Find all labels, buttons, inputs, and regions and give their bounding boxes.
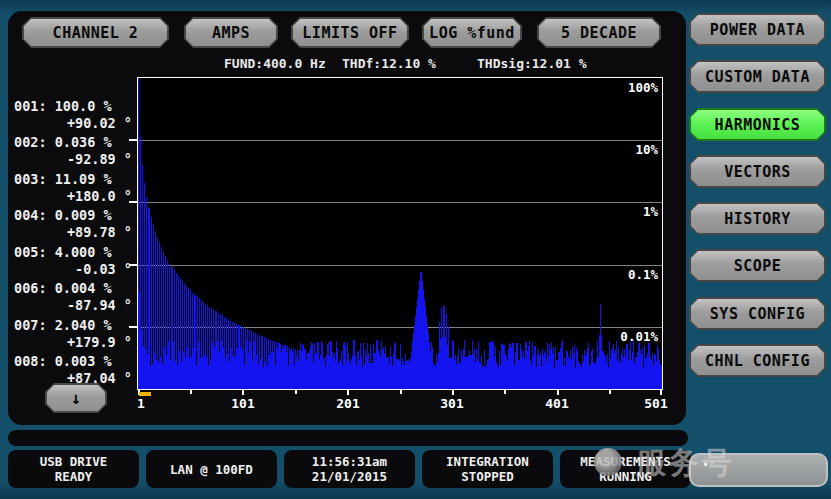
harmonic-1-phase: +90.02 ° <box>14 115 138 132</box>
x-tick-label-1: 1 <box>137 396 145 411</box>
status-date: 21/01/2015 <box>312 469 387 484</box>
harmonic-row-6: 006: 0.004 % -87.94 ° <box>14 280 138 314</box>
menu-item-vectors-label: VECTORS <box>691 157 824 186</box>
x-axis-tick <box>557 390 559 395</box>
harmonic-row-2: 002: 0.036 % -92.89 ° <box>14 134 138 168</box>
status-lan: LAN @ 100FD <box>146 450 277 488</box>
main-panel: CHANNEL 2 AMPS LIMITS OFF LOG %fund 5 DE… <box>8 11 686 425</box>
y-tick-label-0p1: 0.1% <box>628 267 658 282</box>
x-axis-tick <box>295 390 297 394</box>
harmonic-2-phase: -92.89 ° <box>14 151 138 168</box>
watermark-text: 服务号 <box>636 443 735 484</box>
scale-mode-button-label: LOG %fund <box>424 19 520 46</box>
status-lan-line1: LAN @ 100FD <box>170 462 253 477</box>
fund-readout: FUND:400.0 Hz <box>224 56 326 71</box>
x-tick-label-301: 301 <box>440 396 463 411</box>
x-axis-tick <box>242 390 244 395</box>
x-tick-label-101: 101 <box>231 396 254 411</box>
menu-item-sys-config[interactable]: SYS CONFIG <box>689 297 826 330</box>
x-tick-label-401: 401 <box>545 396 568 411</box>
message-bar <box>8 430 688 446</box>
x-tick-label-501: 501 <box>644 396 667 411</box>
harmonic-4-magnitude: 004: 0.009 % <box>14 207 138 224</box>
thdf-readout: THDf:12.10 % <box>342 56 436 71</box>
y-axis-tick <box>129 201 137 203</box>
y-axis-tick <box>129 264 137 266</box>
limits-button-label: LIMITS OFF <box>293 19 407 46</box>
watermark-dot: · <box>699 452 712 477</box>
harmonic-3-phase: +180.0 ° <box>14 188 138 205</box>
decade-button-label: 5 DECADE <box>539 19 659 46</box>
down-arrow-icon: ↓ <box>47 385 105 411</box>
harmonic-5-magnitude: 005: 4.000 % <box>14 244 138 261</box>
x-axis-tick <box>452 390 454 395</box>
status-usb: USB DRIVE READY <box>8 450 139 488</box>
x-tick-label-201: 201 <box>336 396 359 411</box>
harmonic-8-magnitude: 008: 0.003 % <box>14 353 138 370</box>
harmonic-cursor-marker <box>139 392 151 396</box>
harmonic-row-3: 003: 11.09 % +180.0 ° <box>14 171 138 205</box>
menu-item-sys-config-label: SYS CONFIG <box>691 299 824 328</box>
menu-item-custom-data[interactable]: CUSTOM DATA <box>689 60 826 93</box>
harmonic-7-phase: +179.9 ° <box>14 334 138 351</box>
channel-button[interactable]: CHANNEL 2 <box>22 17 169 48</box>
y-axis-tick <box>129 326 137 328</box>
menu-item-chnl-config[interactable]: CHNL CONFIG <box>689 344 826 377</box>
harmonic-2-magnitude: 002: 0.036 % <box>14 134 138 151</box>
harmonic-6-magnitude: 006: 0.004 % <box>14 280 138 297</box>
x-axis-tick <box>400 390 402 394</box>
harmonic-6-phase: -87.94 ° <box>14 297 138 314</box>
menu-item-history-label: HISTORY <box>691 204 824 233</box>
status-integration-line1: INTEGRATION <box>446 454 529 469</box>
x-axis-tick <box>190 390 192 394</box>
menu-item-chnl-config-label: CHNL CONFIG <box>691 346 824 375</box>
menu-item-power-data[interactable]: POWER DATA <box>689 13 826 46</box>
y-tick-label-0p01: 0.01% <box>620 329 658 344</box>
menu-item-scope-label: SCOPE <box>691 251 824 280</box>
units-button-label: AMPS <box>186 19 276 46</box>
instrument-screen: CHANNEL 2 AMPS LIMITS OFF LOG %fund 5 DE… <box>0 0 831 499</box>
scroll-down-button[interactable]: ↓ <box>45 383 107 413</box>
x-axis-tick <box>660 390 662 395</box>
status-clock: 11:56:31am 21/01/2015 <box>284 450 415 488</box>
menu-item-history[interactable]: HISTORY <box>689 202 826 235</box>
x-axis-tick <box>504 390 506 394</box>
menu-item-power-data-label: POWER DATA <box>691 15 824 44</box>
y-axis-tick <box>129 139 137 141</box>
units-button[interactable]: AMPS <box>184 17 278 48</box>
scale-mode-button[interactable]: LOG %fund <box>422 17 522 48</box>
y-tick-label-10: 10% <box>635 142 658 157</box>
harmonic-spectrum-plot: 100% 10% 1% 0.1% 0.01% 1 101 201 301 4 <box>137 77 663 390</box>
thdsig-readout: THDsig:12.01 % <box>477 56 587 71</box>
harmonic-4-phase: +89.78 ° <box>14 224 138 241</box>
limits-button[interactable]: LIMITS OFF <box>291 17 409 48</box>
status-usb-line2: READY <box>55 469 93 484</box>
status-integration: INTEGRATION STOPPED <box>422 450 553 488</box>
harmonic-row-8: 008: 0.003 % +87.04 ° <box>14 353 138 387</box>
harmonic-3-magnitude: 003: 11.09 % <box>14 171 138 188</box>
menu-item-harmonics[interactable]: HARMONICS <box>689 108 826 141</box>
status-integration-line2: STOPPED <box>461 469 514 484</box>
status-usb-line1: USB DRIVE <box>40 454 108 469</box>
harmonic-7-magnitude: 007: 2.040 % <box>14 317 138 334</box>
menu-item-scope[interactable]: SCOPE <box>689 249 826 282</box>
status-time: 11:56:31am <box>312 454 387 469</box>
menu-item-harmonics-label: HARMONICS <box>691 110 824 139</box>
channel-button-label: CHANNEL 2 <box>24 19 167 46</box>
x-axis-tick <box>347 390 349 395</box>
harmonic-row-4: 004: 0.009 % +89.78 ° <box>14 207 138 241</box>
menu-item-custom-data-label: CUSTOM DATA <box>691 62 824 91</box>
harmonic-row-7: 007: 2.040 % +179.9 ° <box>14 317 138 351</box>
y-tick-label-1: 1% <box>643 204 658 219</box>
spectrum-bars <box>138 78 662 389</box>
harmonic-row-1: 001: 100.0 % +90.02 ° <box>14 98 138 132</box>
harmonic-1-magnitude: 001: 100.0 % <box>14 98 138 115</box>
harmonic-5-phase: -0.03 ° <box>14 261 138 278</box>
decade-button[interactable]: 5 DECADE <box>537 17 661 48</box>
x-axis-tick <box>609 390 611 394</box>
menu-item-vectors[interactable]: VECTORS <box>689 155 826 188</box>
y-tick-label-100: 100% <box>628 80 658 95</box>
watermark-logo-icon <box>594 448 622 476</box>
harmonic-row-5: 005: 4.000 % -0.03 ° <box>14 244 138 278</box>
